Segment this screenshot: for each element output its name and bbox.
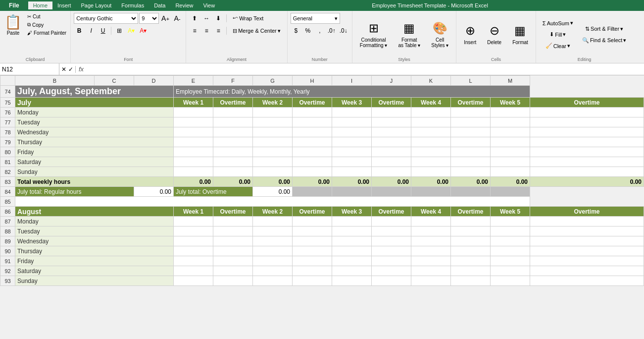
total-data-cell[interactable]: 0.00 [491,177,530,187]
table-row[interactable]: 80Friday [0,147,644,157]
data-cell[interactable] [451,217,491,226]
align-right-button[interactable]: ≡ [213,25,224,36]
format-painter-button[interactable]: 🖌 Format Painter [25,29,68,37]
data-cell[interactable] [411,236,451,246]
data-cell[interactable] [530,137,644,147]
total-data-cell[interactable]: 0.00 [253,177,293,187]
week-header-cell[interactable]: Week 2 [253,207,293,217]
data-cell[interactable] [332,108,372,117]
data-cell[interactable] [451,167,491,177]
data-cell[interactable] [530,276,644,286]
data-cell[interactable] [372,167,411,177]
formula-input[interactable] [87,66,644,73]
data-cell[interactable] [253,236,293,246]
data-cell[interactable] [372,256,411,266]
insert-button[interactable]: ⊕ Insert [459,16,481,53]
data-cell[interactable] [253,108,293,117]
col-header-l[interactable]: L [451,76,491,86]
summary-overtime-label[interactable]: July total: Overtime [174,187,253,197]
data-cell[interactable] [293,117,332,127]
number-format-select[interactable]: General ▾ [291,13,340,24]
data-cell[interactable] [174,137,213,147]
data-cell[interactable] [174,127,213,137]
data-cell[interactable] [372,127,411,137]
data-cell[interactable] [451,147,491,157]
data-cell[interactable] [491,256,530,266]
data-cell[interactable] [293,246,332,256]
data-cell[interactable] [293,236,332,246]
table-row[interactable]: 81Saturday [0,157,644,167]
bold-button[interactable]: B [74,25,85,36]
week-header-cell[interactable]: Overtime [530,98,644,108]
total-data-cell[interactable]: 0.00 [332,177,372,187]
data-cell[interactable] [253,226,293,236]
increase-decimal-button[interactable]: .0↑ [326,25,337,36]
tab-page-layout[interactable]: Page Layout [76,1,117,9]
data-cell[interactable] [411,137,451,147]
data-cell[interactable] [530,127,644,137]
col-header-f[interactable]: F [213,76,253,86]
paste-button[interactable]: 📋 Paste [2,13,24,38]
data-cell[interactable] [451,246,491,256]
data-cell[interactable] [372,246,411,256]
total-data-cell[interactable]: 0.00 [530,177,644,187]
fill-button[interactable]: ⬇ Fill ▾ [539,29,577,40]
table-row[interactable]: 76Monday [0,108,644,117]
data-cell[interactable] [372,236,411,246]
day-label-cell[interactable]: Saturday [15,266,174,276]
format-button[interactable]: ▦ Format [508,16,533,53]
data-cell[interactable] [411,266,451,276]
total-data-cell[interactable]: 0.00 [411,177,451,187]
data-cell[interactable] [372,266,411,276]
data-cell[interactable] [530,147,644,157]
data-cell[interactable] [530,246,644,256]
week-header-cell[interactable]: Week 3 [332,98,372,108]
data-cell[interactable] [253,137,293,147]
data-cell[interactable] [253,117,293,127]
data-cell[interactable] [213,256,253,266]
week-header-cell[interactable]: Overtime [293,98,332,108]
data-cell[interactable] [332,226,372,236]
data-cell[interactable] [372,108,411,117]
day-label-cell[interactable]: Tuesday [15,117,174,127]
col-header-g[interactable]: G [253,76,293,86]
data-cell[interactable] [213,236,253,246]
data-cell[interactable] [411,246,451,256]
data-cell[interactable] [530,167,644,177]
data-cell[interactable] [253,256,293,266]
data-cell[interactable] [491,236,530,246]
table-row[interactable]: 74July, August, SeptemberEmployee Timeca… [0,86,644,98]
italic-button[interactable]: I [86,25,97,36]
data-cell[interactable] [332,217,372,226]
data-cell[interactable] [253,167,293,177]
data-cell[interactable] [293,217,332,226]
week-header-cell[interactable]: Week 1 [174,207,213,217]
table-row[interactable]: 89Wednesday [0,236,644,246]
month-header-cell[interactable]: July [15,98,174,108]
data-cell[interactable] [332,117,372,127]
total-data-cell[interactable]: 0.00 [451,177,491,187]
day-label-cell[interactable]: Sunday [15,167,174,177]
autosum-button[interactable]: Σ AutoSum ▾ [539,18,577,29]
data-cell[interactable] [451,157,491,167]
data-cell[interactable] [174,117,213,127]
data-cell[interactable] [293,147,332,157]
data-cell[interactable] [213,108,253,117]
week-header-cell[interactable]: Week 4 [411,207,451,217]
data-cell[interactable] [530,108,644,117]
day-label-cell[interactable]: Wednesday [15,127,174,137]
conditional-formatting-button[interactable]: ⊞ ConditionalFormatting ▾ [355,16,392,53]
week-header-cell[interactable]: Week 5 [491,207,530,217]
table-row[interactable]: 82Sunday [0,167,644,177]
data-cell[interactable] [491,276,530,286]
data-cell[interactable] [411,276,451,286]
tab-home[interactable]: Home [28,1,52,9]
data-cell[interactable] [253,266,293,276]
data-cell[interactable] [174,157,213,167]
week-header-cell[interactable]: Overtime [451,207,491,217]
day-label-cell[interactable]: Friday [15,256,174,266]
format-as-table-button[interactable]: ▦ Formatas Table ▾ [394,16,425,53]
font-size-select[interactable]: 9 [139,13,159,24]
col-header-k[interactable]: K [411,76,451,86]
table-row[interactable]: 86AugustWeek 1OvertimeWeek 2OvertimeWeek… [0,207,644,217]
